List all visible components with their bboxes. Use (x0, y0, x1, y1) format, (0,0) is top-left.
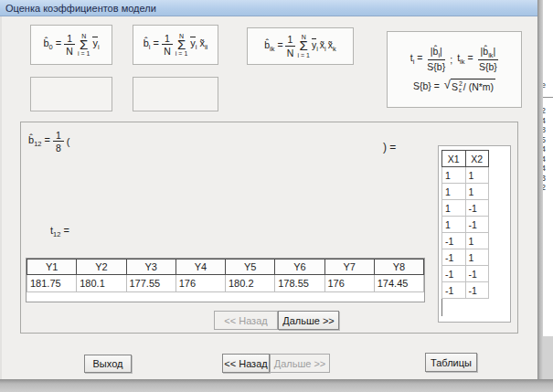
bi-lhs: b̂i = (144, 37, 159, 51)
sliver-text-fragment: e (543, 80, 546, 90)
t1-lhs: ti = (410, 52, 423, 66)
radical-icon: √ (444, 79, 451, 90)
work-panel: b̂12 = 18 ( ) = t12 = Y1 Y2 Y3 Y4 Y5 Y6 … (20, 122, 518, 334)
dialog-window: Оценка коэффициентов модели b̂0 = 1N NΣi… (0, 0, 553, 392)
formula-box-bi: b̂i = 1N NΣi = 1 yi x̃ii (133, 25, 218, 65)
x-table-row: -11 (442, 249, 489, 266)
y-value: 180.2 (226, 275, 275, 292)
sigma-icon: Σ (177, 39, 186, 51)
y-header: Y6 (275, 260, 324, 275)
t1-fraction: |b̂i|S{b} (427, 46, 445, 73)
y-header: Y2 (77, 260, 126, 275)
y-value: 180.1 (77, 275, 126, 292)
bik-fraction: 1N (285, 34, 296, 58)
bik-rhs-x2: x̃k (328, 39, 336, 53)
b0-value-box (30, 77, 112, 111)
t-criteria-row: ti = |b̂i|S{b} ; tik = |b̂ik|S{b} (410, 46, 499, 73)
sigma-icon: Σ (300, 40, 308, 52)
b12-lhs: b̂12 = (28, 134, 50, 148)
b0-rhs: yi (92, 37, 99, 51)
back-button[interactable]: << Назад (222, 354, 270, 373)
b0-sum: NΣi = 1 (78, 33, 90, 58)
exit-button[interactable]: Выход (84, 355, 132, 373)
y-value: 176 (175, 275, 225, 292)
y-header: Y1 (27, 260, 77, 275)
background-window-grey-area (543, 336, 553, 379)
bik-lhs: b̂ik = (264, 39, 282, 53)
x-table-row: 1-1 (442, 217, 489, 233)
y-table-value-row: 181.75 180.1 177.55 176 180.2 178.55 176… (27, 275, 424, 292)
y-value: 178.55 (275, 275, 324, 292)
x-table-header-row: X1 X2 (442, 151, 489, 167)
formula-b0: b̂0 = 1N NΣi = 1 yi (31, 26, 112, 64)
window-title: Оценка коэффициентов модели (5, 3, 156, 14)
y-header: Y8 (374, 260, 423, 275)
y-header: Y4 (175, 260, 225, 275)
b12-close-paren: ) = (383, 141, 396, 154)
y-header: Y3 (126, 260, 175, 275)
y-value: 177.55 (126, 275, 175, 292)
bi-value-box (133, 77, 218, 111)
sliver-number-column: 2 4 8 5 4 4 4 3 2 (543, 106, 546, 193)
formula-bik: b̂ik = 1N NΣi = 1 yi x̃i x̃k (248, 28, 353, 64)
x-table-row: 11 (442, 167, 489, 184)
bik-rhs-x1: x̃i (320, 39, 326, 53)
b12-open-paren: ( (67, 136, 70, 147)
t-separator: ; (450, 54, 452, 65)
next-button: Дальше >> (270, 354, 330, 373)
x-table-row: -1-1 (442, 266, 489, 282)
formula-box-bik: b̂ik = 1N NΣi = 1 yi x̃i x̃k (247, 27, 354, 65)
x-table-row: -11 (442, 233, 489, 249)
window-bottom-border (0, 379, 553, 392)
bi-rhs-y: yi (190, 37, 197, 51)
y-value: 174.45 (374, 275, 423, 292)
bi-sum: NΣi = 1 (175, 33, 187, 58)
x-table-row: -1-1 (442, 282, 489, 299)
b12-formula: b̂12 = 18 ( (28, 130, 69, 154)
title-bar[interactable]: Оценка коэффициентов модели (0, 0, 537, 16)
y-table: Y1 Y2 Y3 Y4 Y5 Y6 Y7 Y8 181.75 180.1 177… (26, 258, 425, 302)
sb-formula-row: S{b} = √ S2ε/ (N*m) (413, 79, 495, 93)
y-value: 176 (324, 275, 374, 292)
y-header: Y5 (226, 260, 275, 275)
x-header: X1 (442, 151, 466, 167)
formula-bi: b̂i = 1N NΣi = 1 yi x̃ii (133, 26, 218, 64)
t2-lhs: tik = (457, 52, 473, 66)
t2-fraction: |b̂ik|S{b} (478, 46, 499, 73)
inner-next-button[interactable]: Дальше >> (278, 311, 339, 330)
sb-sqrt: √ S2ε/ (N*m) (444, 79, 495, 93)
formula-t: ti = |b̂i|S{b} ; tik = |b̂ik|S{b} S{b} =… (388, 32, 521, 107)
x-header: X2 (465, 151, 489, 167)
bi-fraction: 1N (162, 33, 173, 57)
background-window-sliver: e 2 4 8 5 4 4 4 3 2 (543, 0, 553, 379)
sb-lhs: S{b} = (413, 80, 440, 91)
y-header: Y7 (324, 260, 374, 275)
x-plan-table: X1 X2 11 11 1-1 1-1 -11 -11 -1-1 -1-1 (438, 145, 511, 323)
formula-box-t: ti = |b̂i|S{b} ; tik = |b̂ik|S{b} S{b} =… (387, 31, 522, 108)
x-table-row: 11 (442, 184, 489, 200)
b0-lhs: b̂0 = (43, 37, 61, 51)
b12-fraction: 18 (53, 130, 64, 154)
t12-label: t12 = (50, 225, 69, 238)
bik-rhs-y: yi (312, 39, 318, 53)
sigma-icon: Σ (80, 39, 88, 51)
inner-back-button: << Назад (214, 311, 278, 330)
bik-sum: NΣi = 1 (297, 34, 309, 58)
x-table-row: 1-1 (442, 200, 489, 217)
y-value: 181.75 (27, 275, 77, 292)
formula-box-b0: b̂0 = 1N NΣi = 1 yi (30, 25, 112, 65)
tables-button[interactable]: Таблицы (425, 353, 477, 372)
sliver-divider-line (543, 97, 553, 98)
y-table-header-row: Y1 Y2 Y3 Y4 Y5 Y6 Y7 Y8 (27, 260, 424, 275)
b0-fraction: 1N (64, 33, 75, 57)
bi-rhs-x: x̃ii (199, 37, 207, 51)
